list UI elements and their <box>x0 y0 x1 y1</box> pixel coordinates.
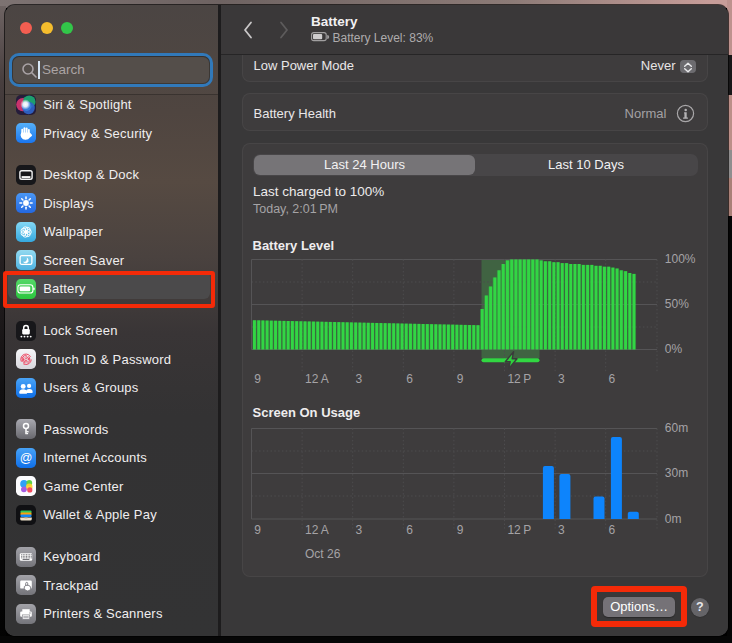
svg-text:@: @ <box>20 451 33 465</box>
